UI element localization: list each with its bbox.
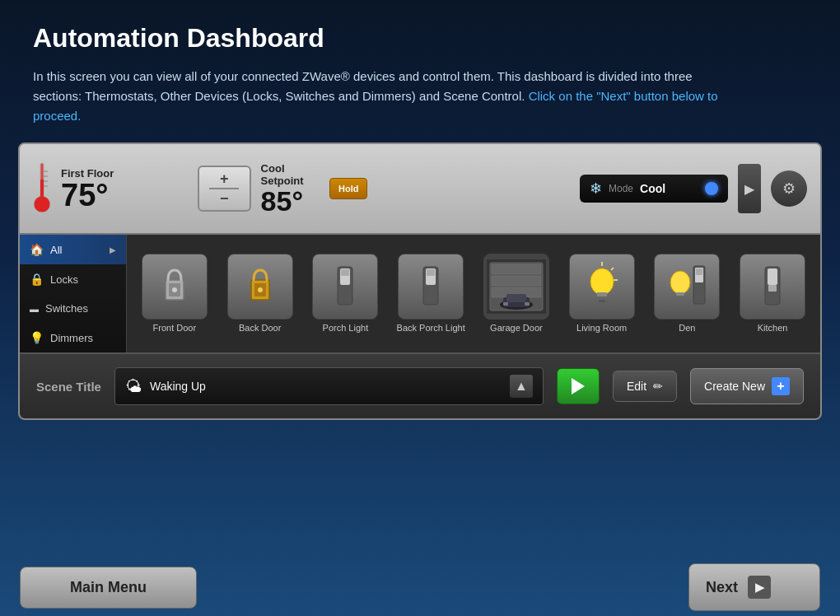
svg-rect-38 (676, 292, 684, 296)
svg-rect-42 (696, 268, 702, 275)
porch-light-label: Porch Light (323, 323, 369, 334)
svg-rect-32 (598, 296, 606, 300)
svg-rect-2 (40, 180, 44, 204)
setpoint-label: Cool Setpoint (261, 162, 316, 187)
svg-rect-27 (503, 302, 508, 306)
dimmer-icon-small: 💡 (30, 331, 44, 344)
next-arrow-icon: ▶ (748, 576, 771, 599)
scene-dropdown[interactable]: 🌤 Waking Up ▲ (114, 367, 544, 405)
sidebar-item-dimmers[interactable]: 💡 Dimmers (20, 323, 126, 352)
scene-selected-name: Waking Up (150, 380, 502, 393)
den-icon-wrap (654, 254, 720, 320)
snowflake-icon: ❄ (590, 180, 602, 198)
sidebar-all-arrow: ▶ (110, 245, 116, 254)
mode-control[interactable]: ❄ Mode Cool (580, 175, 728, 203)
scene-title-label: Scene Title (36, 380, 101, 394)
lock-icon-small: 🔒 (30, 273, 44, 286)
plus-symbol: + (220, 171, 229, 186)
thermostat-setpoint: + − Cool Setpoint 85° (198, 162, 316, 215)
device-back-door[interactable]: Back Door (219, 254, 301, 334)
play-triangle-icon (572, 378, 585, 394)
header: Automation Dashboard In this screen you … (0, 0, 840, 142)
svg-point-12 (258, 287, 263, 292)
device-porch-light[interactable]: Porch Light (305, 254, 387, 334)
setpoint-temp: 85° (261, 187, 316, 215)
scene-edit-button[interactable]: Edit ✏ (613, 371, 677, 402)
sidebar-item-locks-label: Locks (50, 273, 78, 286)
svg-rect-26 (506, 294, 526, 302)
den-label: Den (679, 323, 695, 334)
svg-rect-33 (599, 300, 605, 302)
plus-icon: + (772, 377, 790, 395)
kitchen-label: Kitchen (758, 323, 788, 334)
scene-create-button[interactable]: Create New + (690, 368, 804, 404)
home-icon: 🏠 (30, 243, 44, 256)
thermostat-right: ❄ Mode Cool ▶ ⚙ (367, 164, 807, 213)
settings-button[interactable]: ⚙ (771, 170, 807, 207)
garage-door-label: Garage Door (490, 323, 543, 334)
svg-rect-44 (768, 268, 777, 285)
svg-rect-18 (427, 269, 435, 276)
scene-section: Scene Title 🌤 Waking Up ▲ Edit ✏ Create … (20, 352, 820, 418)
scene-edit-label: Edit (627, 380, 646, 393)
living-room-icon-wrap (569, 254, 635, 320)
scene-dropdown-arrow: ▲ (510, 375, 533, 398)
plus-minus-button[interactable]: + − (198, 166, 251, 212)
device-back-porch-light[interactable]: Back Porch Light (390, 254, 472, 334)
living-room-label: Living Room (576, 323, 627, 334)
scene-create-label: Create New (704, 380, 765, 393)
scroll-right-arrow[interactable]: ▶ (738, 164, 761, 213)
setpoint-block: Cool Setpoint 85° (261, 162, 316, 215)
sun-icon: 🌤 (125, 377, 142, 396)
scene-play-button[interactable] (557, 368, 600, 404)
back-porch-light-label: Back Porch Light (397, 323, 465, 334)
back-door-icon-wrap (227, 254, 293, 320)
front-door-label: Front Door (153, 323, 197, 334)
dashboard-panel: First Floor 75° + − Cool Setpoint 85° Ho… (18, 142, 822, 420)
edit-pencil-icon: ✏ (653, 380, 663, 393)
svg-rect-45 (768, 285, 777, 292)
main-menu-button[interactable]: Main Menu (20, 567, 197, 609)
devices-grid: Front Door Back Door (127, 235, 820, 352)
svg-rect-15 (341, 269, 349, 276)
description: In this screen you can view all of your … (33, 67, 741, 126)
sidebar-item-all[interactable]: 🏠 All ▶ (20, 235, 126, 264)
garage-door-icon-wrap (483, 254, 549, 320)
porch-light-icon-wrap (312, 254, 378, 320)
sidebar-item-locks[interactable]: 🔒 Locks (20, 264, 126, 294)
sidebar-item-dimmers-label: Dimmers (50, 332, 93, 344)
thermostat-display: First Floor 75° (33, 160, 198, 217)
devices-section: 🏠 All ▶ 🔒 Locks ▬ Switches 💡 Dimmers (20, 235, 820, 352)
thermostat-temp-block: First Floor 75° (61, 167, 114, 211)
sidebar-item-all-label: All (50, 244, 62, 256)
device-front-door[interactable]: Front Door (133, 254, 216, 334)
device-kitchen[interactable]: Kitchen (731, 254, 814, 334)
sidebar-item-switches[interactable]: ▬ Switches (20, 294, 126, 323)
front-door-icon-wrap (142, 254, 208, 320)
thermometer-icon (33, 160, 51, 217)
device-den[interactable]: Den (646, 254, 729, 334)
hold-button[interactable]: Hold (329, 178, 367, 199)
sidebar-item-switches-label: Switches (45, 302, 88, 315)
svg-rect-39 (677, 296, 684, 298)
mode-value: Cool (640, 182, 698, 195)
bottom-bar: Main Menu Next ▶ (0, 558, 840, 616)
next-label: Next (706, 579, 738, 596)
kitchen-icon-wrap (740, 254, 805, 320)
device-garage-door[interactable]: Garage Door (475, 254, 558, 334)
svg-point-37 (670, 271, 690, 294)
mode-label: Mode (609, 183, 633, 194)
mode-indicator (705, 182, 718, 195)
back-door-label: Back Door (239, 323, 281, 334)
device-living-room[interactable]: Living Room (561, 254, 643, 334)
thermostat-section: First Floor 75° + − Cool Setpoint 85° Ho… (20, 144, 820, 235)
svg-point-30 (590, 268, 614, 295)
svg-point-9 (172, 287, 177, 292)
svg-rect-22 (492, 276, 541, 286)
svg-rect-21 (492, 264, 541, 274)
back-porch-light-icon-wrap (398, 254, 464, 320)
thermostat-current-temp: 75° (61, 180, 114, 211)
next-button[interactable]: Next ▶ (688, 563, 820, 611)
switch-icon-small: ▬ (30, 304, 39, 314)
devices-sidebar: 🏠 All ▶ 🔒 Locks ▬ Switches 💡 Dimmers (20, 235, 127, 352)
